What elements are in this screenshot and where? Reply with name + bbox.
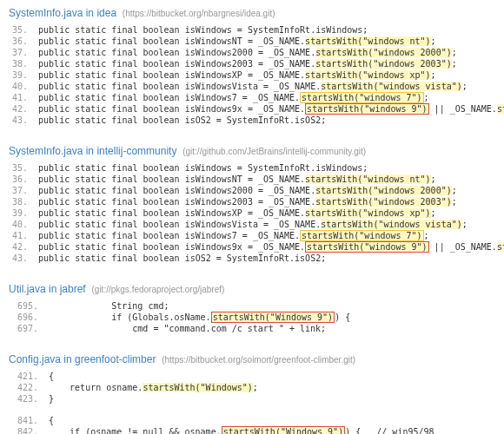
code-content[interactable]: { xyxy=(47,371,495,382)
code-content[interactable]: public static final boolean isWindows7 =… xyxy=(36,92,504,103)
code-line: 422. return osname.startsWith("Windows")… xyxy=(9,382,495,393)
line-number: 696. xyxy=(9,312,47,323)
code-line: 38.public static final boolean isWindows… xyxy=(9,58,504,69)
code-content[interactable]: public static final boolean isWindows9x … xyxy=(36,241,504,253)
line-number: 42. xyxy=(9,241,36,253)
line-number: 37. xyxy=(9,47,36,58)
code-content[interactable]: public static final boolean isOS2 = Syst… xyxy=(36,115,504,126)
code-line: 696. if (Globals.osName.startsWith("Wind… xyxy=(9,312,495,323)
line-number: 842. xyxy=(9,426,47,434)
code-snippet: 695. String cmd;696. if (Globals.osName.… xyxy=(9,300,495,334)
code-line: 40.public static final boolean isWindows… xyxy=(9,219,504,230)
code-line: 37.public static final boolean isWindows… xyxy=(9,185,504,196)
line-number: 35. xyxy=(9,162,36,174)
code-content[interactable]: public static final boolean isWindowsVis… xyxy=(36,219,504,230)
code-content[interactable]: if (osname != null && osname.startsWith(… xyxy=(47,426,495,434)
code-content[interactable]: public static final boolean isWindows = … xyxy=(36,24,504,36)
line-number: 36. xyxy=(9,36,36,47)
line-number: 35. xyxy=(9,24,36,36)
code-line: 35.public static final boolean isWindows… xyxy=(9,162,504,174)
line-number: 695. xyxy=(9,300,47,312)
line-number: 40. xyxy=(9,219,36,230)
result-title-link[interactable]: Config.java in greenfoot-climber xyxy=(9,353,156,365)
code-line: 36.public static final boolean isWindows… xyxy=(9,174,504,185)
code-line: 39.public static final boolean isWindows… xyxy=(9,207,504,219)
result-header: Util.java in jabref (git://pkgs.fedorapr… xyxy=(9,283,495,295)
code-line: 37.public static final boolean isWindows… xyxy=(9,47,504,58)
line-number: 38. xyxy=(9,58,36,69)
code-line: 41.public static final boolean isWindows… xyxy=(9,230,504,241)
result-path: (git://github.com/JetBrains/intellij-com… xyxy=(180,147,366,156)
code-line: 39.public static final boolean isWindows… xyxy=(9,69,504,81)
code-content[interactable]: public static final boolean isWindowsVis… xyxy=(36,81,504,92)
code-line: 43.public static final boolean isOS2 = S… xyxy=(9,253,504,264)
line-number: 38. xyxy=(9,196,36,207)
line-number: 39. xyxy=(9,207,36,219)
line-number: 40. xyxy=(9,81,36,92)
result-path: (https://bitbucket.org/soimort/greenfoot… xyxy=(159,355,355,365)
code-snippet: 35.public static final boolean isWindows… xyxy=(9,162,504,264)
code-content[interactable]: public static final boolean isWindows7 =… xyxy=(36,230,504,241)
code-content[interactable]: String cmd; xyxy=(47,300,495,312)
code-content[interactable]: public static final boolean isWindows200… xyxy=(36,196,504,207)
code-snippet: 35.public static final boolean isWindows… xyxy=(9,24,504,126)
code-line: 41.public static final boolean isWindows… xyxy=(9,92,504,103)
code-line: 43.public static final boolean isOS2 = S… xyxy=(9,115,504,126)
code-line: 423.} xyxy=(9,393,495,404)
code-line: 841.{ xyxy=(9,415,495,426)
code-line: 697. cmd = "command.com /c start " + lin… xyxy=(9,323,495,334)
code-content[interactable]: public static final boolean isOS2 = Syst… xyxy=(36,253,504,264)
result-header: SystemInfo.java in idea (https://bitbuck… xyxy=(9,7,495,19)
result-path: (https://bitbucket.org/nbargnesi/idea.gi… xyxy=(120,9,275,18)
search-results: SystemInfo.java in idea (https://bitbuck… xyxy=(9,7,495,434)
code-snippet: 421.{422. return osname.startsWith("Wind… xyxy=(9,371,495,434)
code-gap xyxy=(9,404,495,415)
code-content[interactable]: public static final boolean isWindows9x … xyxy=(36,103,504,115)
code-line: 38.public static final boolean isWindows… xyxy=(9,196,504,207)
code-line: 842. if (osname != null && osname.starts… xyxy=(9,426,495,434)
result-block: Util.java in jabref (git://pkgs.fedorapr… xyxy=(9,283,495,334)
line-number: 41. xyxy=(9,92,36,103)
line-number: 41. xyxy=(9,230,36,241)
code-content[interactable]: public static final boolean isWindowsNT … xyxy=(36,174,504,185)
line-number: 36. xyxy=(9,174,36,185)
code-line: 42.public static final boolean isWindows… xyxy=(9,103,504,115)
result-block: SystemInfo.java in idea (https://bitbuck… xyxy=(9,7,495,126)
line-number: 37. xyxy=(9,185,36,196)
code-line: 42.public static final boolean isWindows… xyxy=(9,241,504,253)
line-number: 841. xyxy=(9,415,47,426)
code-line: 421.{ xyxy=(9,371,495,382)
code-content[interactable]: public static final boolean isWindows200… xyxy=(36,47,504,58)
line-number: 43. xyxy=(9,115,36,126)
code-line: 36.public static final boolean isWindows… xyxy=(9,36,504,47)
line-number: 43. xyxy=(9,253,36,264)
code-content[interactable]: return osname.startsWith("Windows"); xyxy=(47,382,495,393)
code-content[interactable]: cmd = "command.com /c start " + link; xyxy=(47,323,495,334)
result-path: (git://pkgs.fedoraproject.org/jabref) xyxy=(90,285,225,294)
code-content[interactable]: } xyxy=(47,393,495,404)
code-content[interactable]: public static final boolean isWindowsXP … xyxy=(36,207,504,219)
result-header: SystemInfo.java in intellij-community (g… xyxy=(9,145,495,157)
result-header: Config.java in greenfoot-climber (https:… xyxy=(9,353,495,365)
code-line: 35.public static final boolean isWindows… xyxy=(9,24,504,36)
result-block: Config.java in greenfoot-climber (https:… xyxy=(9,353,495,434)
code-content[interactable]: public static final boolean isWindowsNT … xyxy=(36,36,504,47)
line-number: 421. xyxy=(9,371,47,382)
line-number: 423. xyxy=(9,393,47,404)
result-block: SystemInfo.java in intellij-community (g… xyxy=(9,145,495,264)
result-title-link[interactable]: Util.java in jabref xyxy=(9,283,86,295)
code-content[interactable]: public static final boolean isWindowsXP … xyxy=(36,69,504,81)
line-number: 697. xyxy=(9,323,47,334)
code-content[interactable]: public static final boolean isWindows200… xyxy=(36,185,504,196)
code-content[interactable]: { xyxy=(47,415,495,426)
result-title-link[interactable]: SystemInfo.java in intellij-community xyxy=(9,145,176,157)
code-line: 695. String cmd; xyxy=(9,300,495,312)
code-content[interactable]: public static final boolean isWindows = … xyxy=(36,162,504,174)
line-number: 39. xyxy=(9,69,36,81)
code-line: 40.public static final boolean isWindows… xyxy=(9,81,504,92)
result-title-link[interactable]: SystemInfo.java in idea xyxy=(9,7,116,19)
line-number: 42. xyxy=(9,103,36,115)
code-content[interactable]: if (Globals.osName.startsWith("Windows 9… xyxy=(47,312,495,323)
code-content[interactable]: public static final boolean isWindows200… xyxy=(36,58,504,69)
line-number: 422. xyxy=(9,382,47,393)
